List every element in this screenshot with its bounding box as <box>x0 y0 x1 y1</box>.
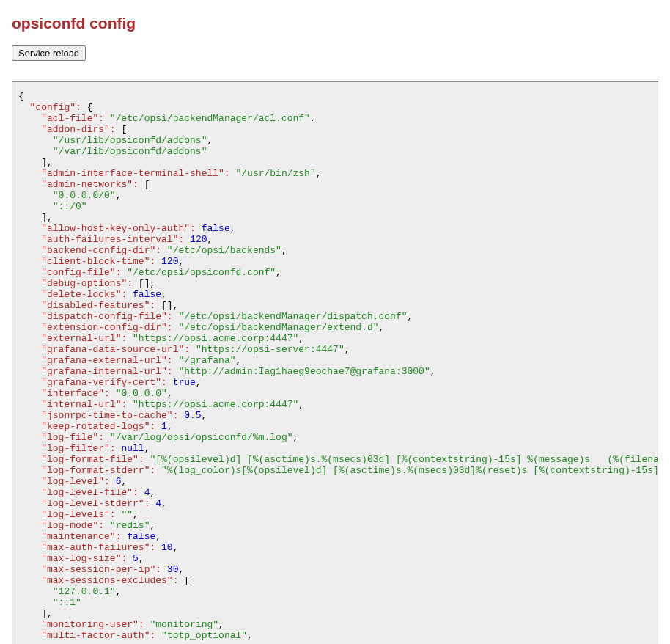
page-title: opsiconfd config <box>12 15 658 32</box>
service-reload-button[interactable]: Service reload <box>12 45 86 61</box>
config-json-block: { "config": { "acl-file": "/etc/opsi/bac… <box>12 81 658 644</box>
